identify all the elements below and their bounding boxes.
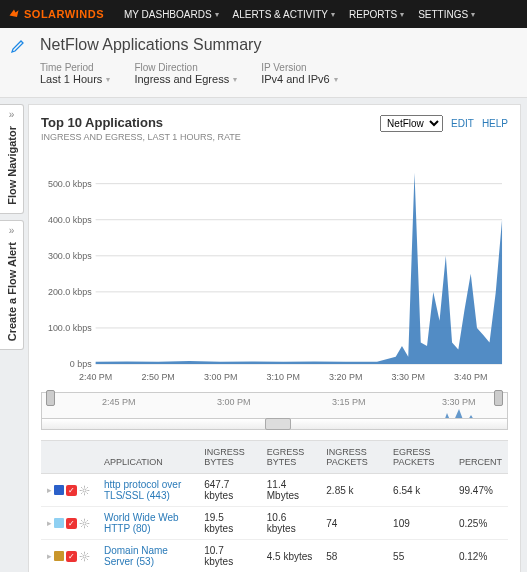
svg-text:500.0 kbps: 500.0 kbps [48,179,92,189]
svg-point-28 [83,521,86,524]
svg-line-36 [81,525,82,526]
col-5[interactable]: PERCENT [453,441,508,474]
chevron-down-icon: ▾ [471,10,475,19]
filter-0[interactable]: Time PeriodLast 1 Hours ▾ [40,62,110,85]
table-row: ▸✓World Wide Web HTTP (80)19.5 kbytes10.… [41,507,508,540]
nav-item-2[interactable]: REPORTS▾ [349,9,404,20]
range-handle-right[interactable] [494,390,503,406]
chevron-down-icon: ▾ [331,10,335,19]
svg-line-44 [87,553,88,554]
pencil-icon[interactable] [10,38,26,57]
chevron-down-icon: ▾ [233,75,237,84]
svg-text:3:30 PM: 3:30 PM [392,372,425,382]
applications-table: APPLICATIONINGRESS BYTESEGRESS BYTESINGR… [41,440,508,572]
chevron-down-icon: ▾ [400,10,404,19]
col-3[interactable]: INGRESS PACKETS [320,441,387,474]
col-1[interactable]: INGRESS BYTES [198,441,261,474]
filter-1[interactable]: Flow DirectionIngress and Egress ▾ [134,62,237,85]
page-header: NetFlow Applications Summary Time Period… [0,28,527,98]
svg-line-26 [87,487,88,488]
side-tabs: » Flow Navigator » Create a Flow Alert [0,98,24,572]
svg-text:2:40 PM: 2:40 PM [79,372,112,382]
panel-title: Top 10 Applications [41,115,241,130]
expand-row-icon[interactable]: ▸ [47,485,52,495]
page-title: NetFlow Applications Summary [40,36,515,54]
svg-line-24 [81,487,82,488]
range-handle-left[interactable] [46,390,55,406]
svg-line-43 [87,558,88,559]
table-row: ▸✓Domain Name Server (53)10.7 kbytes4.5 … [41,540,508,573]
svg-line-25 [87,492,88,493]
col-4[interactable]: EGRESS PACKETS [387,441,453,474]
svg-text:300.0 kbps: 300.0 kbps [48,251,92,261]
expand-row-icon[interactable]: ▸ [47,518,52,528]
svg-text:3:00 PM: 3:00 PM [204,372,237,382]
top-bar: SOLARWINDS MY DASHBOARDS▾ALERTS & ACTIVI… [0,0,527,28]
filter-2[interactable]: IP VersionIPv4 and IPv6 ▾ [261,62,338,85]
app-link[interactable]: Domain Name Server (53) [104,545,168,567]
svg-line-35 [87,520,88,521]
expand-icon: » [9,109,15,120]
svg-text:200.0 kbps: 200.0 kbps [48,287,92,297]
nav-item-0[interactable]: MY DASHBOARDS▾ [124,9,219,20]
time-range-slider[interactable]: 2:45 PM 3:00 PM 3:15 PM 3:30 PM [41,392,508,430]
row-checkbox[interactable]: ✓ [66,551,77,562]
svg-line-33 [81,520,82,521]
gear-icon[interactable] [79,518,90,529]
svg-point-19 [83,488,86,491]
svg-line-42 [81,553,82,554]
svg-point-37 [83,554,86,557]
svg-text:3:20 PM: 3:20 PM [329,372,362,382]
color-swatch [54,551,64,561]
svg-line-45 [81,558,82,559]
svg-text:2:50 PM: 2:50 PM [142,372,175,382]
help-link[interactable]: HELP [482,118,508,129]
app-link[interactable]: World Wide Web HTTP (80) [104,512,179,534]
tab-flow-navigator[interactable]: » Flow Navigator [0,104,24,214]
chevron-down-icon: ▾ [334,75,338,84]
table-row: ▸✓http protocol over TLS/SSL (443)647.7 … [41,474,508,507]
chevron-down-icon: ▾ [215,10,219,19]
svg-text:100.0 kbps: 100.0 kbps [48,323,92,333]
range-scroll-thumb[interactable] [265,418,291,430]
filter-row: Time PeriodLast 1 Hours ▾Flow DirectionI… [40,62,515,85]
nav-item-1[interactable]: ALERTS & ACTIVITY▾ [233,9,335,20]
color-swatch [54,485,64,495]
nav-item-3[interactable]: SETTINGS▾ [418,9,475,20]
svg-line-27 [81,492,82,493]
chevron-down-icon: ▾ [106,75,110,84]
traffic-chart: 0 bps100.0 kbps200.0 kbps300.0 kbps400.0… [41,156,508,386]
color-swatch [54,518,64,528]
svg-text:0 bps: 0 bps [70,359,92,369]
gear-icon[interactable] [79,551,90,562]
flow-type-select[interactable]: NetFlow [380,115,443,132]
expand-row-icon[interactable]: ▸ [47,551,52,561]
gear-icon[interactable] [79,485,90,496]
tab-create-flow-alert[interactable]: » Create a Flow Alert [0,220,24,350]
col-0[interactable]: APPLICATION [98,441,198,474]
edit-link[interactable]: EDIT [451,118,474,129]
expand-icon: » [9,225,15,236]
svg-text:3:10 PM: 3:10 PM [267,372,300,382]
svg-text:3:40 PM: 3:40 PM [454,372,487,382]
panel-subtitle: INGRESS AND EGRESS, LAST 1 HOURS, RATE [41,132,241,142]
top-applications-panel: Top 10 Applications INGRESS AND EGRESS, … [28,104,521,572]
svg-line-34 [87,525,88,526]
brand-icon [8,8,20,20]
svg-text:400.0 kbps: 400.0 kbps [48,215,92,225]
brand-logo: SOLARWINDS [8,8,104,20]
row-checkbox[interactable]: ✓ [66,485,77,496]
row-checkbox[interactable]: ✓ [66,518,77,529]
top-nav: MY DASHBOARDS▾ALERTS & ACTIVITY▾REPORTS▾… [124,9,475,20]
col-2[interactable]: EGRESS BYTES [261,441,321,474]
app-link[interactable]: http protocol over TLS/SSL (443) [104,479,181,501]
